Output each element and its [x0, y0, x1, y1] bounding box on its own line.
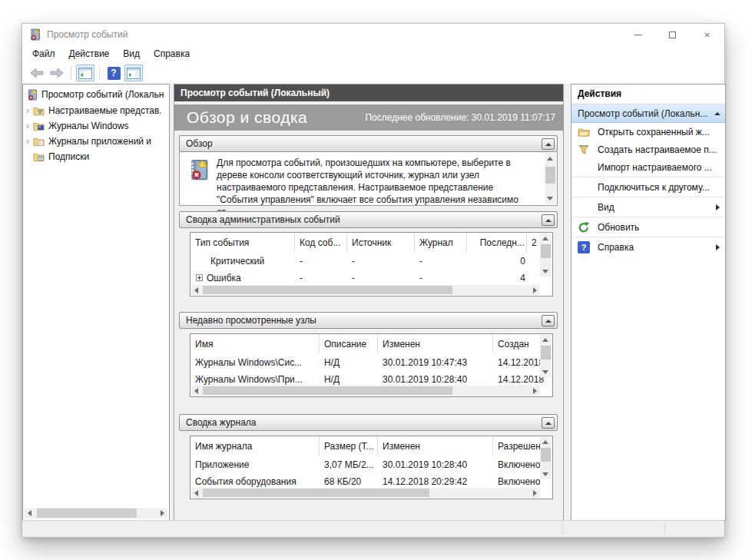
column-header[interactable]: Разрешено [493, 436, 547, 456]
menu-view[interactable]: Вид [116, 45, 147, 62]
overview-vertical-scrollbar[interactable] [545, 153, 556, 204]
collapse-button[interactable] [542, 138, 555, 150]
scroll-down-icon[interactable] [542, 370, 548, 374]
admin-events-section-header[interactable]: Сводка административных событий [179, 211, 558, 228]
scroll-right-icon[interactable] [533, 388, 537, 394]
admin-events-table-header[interactable]: Тип события Код соб... Источник Журнал П… [190, 233, 552, 253]
tree-item-custom-views[interactable]: › Настраиваемые представ. [23, 103, 169, 118]
scrollbar-thumb[interactable] [203, 286, 452, 294]
scroll-left-icon[interactable] [194, 287, 198, 293]
scroll-left-icon[interactable] [194, 490, 198, 496]
help-icon: ? [578, 241, 590, 253]
scroll-down-icon[interactable] [542, 472, 548, 476]
expand-chevron-icon[interactable]: › [23, 104, 32, 118]
close-button[interactable]: × [690, 24, 724, 45]
menu-action[interactable]: Действие [62, 45, 117, 62]
scroll-right-icon[interactable] [533, 287, 537, 293]
column-header[interactable]: 2 [527, 233, 541, 253]
toolbar-separator [99, 66, 100, 80]
log-table-horizontal-scrollbar[interactable] [191, 488, 540, 498]
tree-item-label: Настраиваемые представ. [48, 105, 162, 116]
column-header[interactable]: Имя журнала [190, 436, 320, 456]
column-header[interactable]: Создан [493, 334, 547, 354]
journal-cell: - [415, 253, 467, 270]
back-button[interactable] [28, 65, 46, 81]
collapse-button[interactable] [542, 315, 555, 326]
scrollbar-thumb[interactable] [541, 448, 551, 462]
scroll-down-icon[interactable] [547, 197, 553, 200]
action-refresh[interactable]: Обновить [571, 218, 725, 236]
tree-horizontal-scrollbar[interactable] [25, 508, 167, 519]
menu-help[interactable]: Справка [147, 45, 197, 62]
filter-funnel-icon [578, 144, 590, 156]
console-tree-toggle-button[interactable] [76, 65, 94, 81]
tree-root-event-viewer[interactable]: Просмотр событий (Локальн [23, 87, 169, 102]
table-row[interactable]: Приложение 3,07 МБ/2... 30.01.2019 10:28… [190, 456, 552, 473]
scroll-left-icon[interactable] [28, 510, 31, 516]
column-header[interactable]: Имя [190, 334, 320, 354]
tree-item-subscriptions[interactable]: › Подписки [23, 149, 169, 164]
scroll-down-icon[interactable] [542, 270, 548, 273]
log-summary-table-header[interactable]: Имя журнала Размер (Т... Изменен Разреше… [190, 436, 552, 456]
column-header[interactable]: Изменен [378, 334, 493, 354]
action-connect-to-computer[interactable]: Подключиться к другому... [571, 178, 725, 196]
menu-file[interactable]: Файл [25, 45, 62, 62]
expand-chevron-icon[interactable]: › [23, 119, 32, 133]
log-summary-section-header[interactable]: Сводка журнала [179, 414, 558, 431]
scroll-up-icon[interactable] [542, 338, 548, 342]
scroll-right-icon[interactable] [161, 510, 164, 516]
enabled-cell: Включено [493, 456, 547, 473]
scroll-up-icon[interactable] [542, 237, 548, 240]
column-header[interactable]: Изменен [378, 436, 493, 456]
recent-table-horizontal-scrollbar[interactable] [191, 386, 540, 396]
event-log-book-icon [187, 158, 209, 181]
tree-item-windows-logs[interactable]: › Журналы Windows [23, 118, 169, 134]
action-help-submenu[interactable]: ? Справка [571, 238, 725, 256]
minimize-button[interactable] [621, 24, 655, 45]
log-table-vertical-scrollbar[interactable] [540, 437, 552, 479]
back-arrow-icon [30, 68, 44, 78]
collapse-button[interactable] [542, 214, 555, 226]
overview-banner: Обзор и сводка Последнее обновление: 30.… [174, 104, 563, 131]
action-pane-toggle-button[interactable] [124, 65, 143, 81]
column-header[interactable]: Размер (Т... [320, 436, 378, 456]
column-header[interactable]: Описание [320, 334, 378, 354]
recent-nodes-table-header[interactable]: Имя Описание Изменен Создан [190, 334, 552, 354]
column-header[interactable]: Код соб... [295, 233, 347, 253]
action-import-custom-view[interactable]: Импорт настраиваемого ... [571, 158, 725, 176]
admin-table-vertical-scrollbar[interactable] [540, 234, 552, 277]
applications-logs-folder-icon [32, 136, 45, 147]
scrollbar-thumb[interactable] [541, 244, 551, 258]
scrollbar-thumb[interactable] [203, 489, 429, 497]
action-open-saved-log[interactable]: Открыть сохраненный ж... [571, 123, 725, 141]
overview-section-header[interactable]: Обзор [179, 135, 558, 152]
scrollbar-thumb[interactable] [203, 386, 452, 395]
action-create-custom-view[interactable]: Создать настраиваемое п... [571, 141, 725, 158]
help-button[interactable]: ? [104, 65, 123, 81]
scroll-up-icon[interactable] [542, 440, 548, 444]
expand-chevron-icon[interactable]: › [23, 134, 32, 148]
scrollbar-thumb[interactable] [37, 509, 137, 518]
maximize-button[interactable] [655, 24, 690, 45]
table-row[interactable]: Критический - - - 0 [190, 253, 552, 270]
recent-nodes-section-header[interactable]: Недавно просмотренные узлы [179, 312, 558, 329]
column-header[interactable]: Источник [347, 233, 415, 253]
tree-item-app-logs[interactable]: › Журналы приложений и [23, 134, 169, 149]
column-header[interactable]: Тип события [190, 233, 295, 253]
scroll-up-icon[interactable] [547, 157, 553, 161]
column-header[interactable]: Последн... [467, 233, 527, 253]
collapse-button[interactable] [542, 417, 555, 429]
scroll-left-icon[interactable] [194, 388, 198, 394]
table-row[interactable]: Журналы Windows\Сис... Н/Д 30.01.2019 10… [190, 354, 552, 371]
scrollbar-thumb[interactable] [541, 346, 551, 360]
table-row[interactable]: Ошибка - - - 4 [190, 270, 552, 287]
expand-plus-icon[interactable] [196, 274, 203, 281]
recent-table-vertical-scrollbar[interactable] [540, 335, 552, 377]
scrollbar-thumb[interactable] [545, 167, 555, 184]
actions-group-header[interactable]: Просмотр событий (Локальн... [571, 104, 725, 123]
forward-button[interactable] [48, 65, 66, 81]
scroll-right-icon[interactable] [533, 490, 537, 496]
action-view-submenu[interactable]: Вид [571, 198, 725, 216]
admin-table-horizontal-scrollbar[interactable] [191, 285, 540, 295]
column-header[interactable]: Журнал [415, 233, 467, 253]
